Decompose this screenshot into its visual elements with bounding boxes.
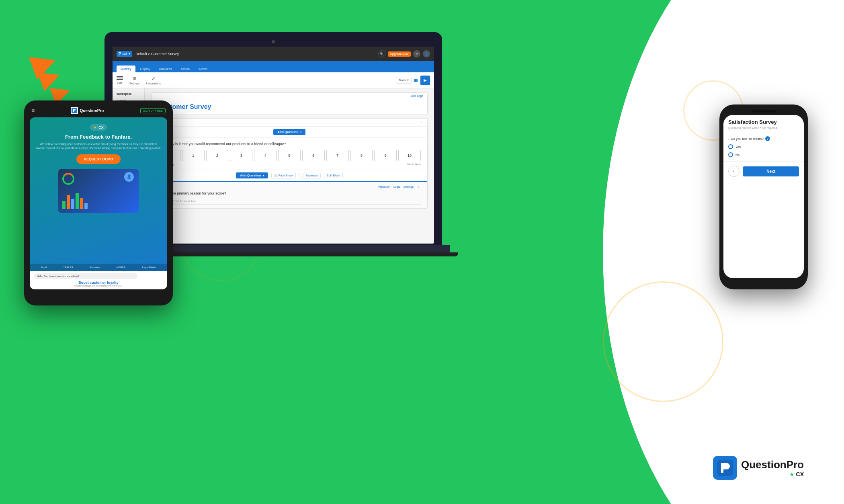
toolbar-edit[interactable]: Edit (117, 76, 123, 84)
boost-text: Boost customer loyalty (34, 281, 163, 285)
nps-7[interactable]: 7 (326, 150, 349, 161)
app-main: Add Logo Customer Survey ▼ Block 1 ⋮ (145, 88, 434, 244)
logo-legalshield: LegalShield (142, 266, 156, 268)
logo-emirates: Emirates (90, 266, 100, 268)
brand-logo-area: QuestionPro ★ CX (713, 456, 804, 480)
bar-chart (62, 193, 88, 209)
settings-link[interactable]: Settings (404, 185, 414, 190)
add-question-button-2[interactable]: Add Question ▾ (236, 172, 268, 178)
add-question-button[interactable]: Add Question ▾ (273, 129, 305, 135)
demo-button[interactable]: REQUEST DEMO (76, 154, 120, 164)
nav-tab-deploy[interactable]: Deploy (136, 66, 154, 72)
add-logo-button[interactable]: Add Logo (152, 93, 427, 99)
q2-actions: Validation Logic Settings ⋮ (158, 185, 421, 190)
nps-9[interactable]: 9 (374, 150, 397, 161)
brand-cx-text: CX (796, 471, 804, 477)
brand-name-area: QuestionPro ★ CX (741, 459, 804, 477)
block-header: ▼ Block 1 ⋮ (152, 119, 427, 127)
separator-button[interactable]: ⬚ Separator (299, 173, 321, 178)
nps-4[interactable]: 4 (254, 150, 277, 161)
tablet-logo-text: QuestionPro (80, 109, 104, 113)
nps-5[interactable]: 5 (278, 150, 301, 161)
toolbar-integrations[interactable]: ⤢ Integrations (146, 76, 161, 85)
mobile-notch (752, 110, 776, 113)
logo-thales: THALES (64, 266, 73, 268)
tablet-device: ≡ QuestionPro SIGN UP FREE ★ CX From Fee… (24, 100, 173, 305)
nps-2[interactable]: 2 (206, 150, 229, 161)
nps-6[interactable]: 6 (302, 150, 325, 161)
app-header: P CX ▾ Default > Customer Survey 🔍 Upgra… (113, 47, 434, 61)
mobile-screen: Satisfaction Survey Questions marked wit… (723, 115, 804, 278)
nps-10[interactable]: 10 (398, 150, 421, 161)
upgrade-button[interactable]: Upgrade Now (388, 51, 411, 57)
laptop-camera (272, 40, 275, 43)
split-block-button[interactable]: Split Block (324, 173, 343, 178)
hamburger-icon[interactable]: ≡ (31, 107, 35, 114)
radio-no[interactable] (728, 152, 733, 157)
block-menu-icon[interactable]: ⋮ (419, 120, 423, 125)
answer-placeholder[interactable]: Multiple Row Answer text (158, 198, 421, 205)
logos-row: Ford THALES Emirates HONDA LegalShield (30, 264, 167, 271)
option-yes-label: Yes (735, 145, 741, 149)
mobile-survey-title: Satisfaction Survey (728, 119, 799, 125)
gauge-icon (62, 173, 74, 185)
brand-name: QuestionPro (741, 459, 804, 471)
preview-button[interactable]: ▶ (420, 76, 430, 85)
signup-button[interactable]: SIGN UP FREE (140, 108, 166, 113)
dashboard-preview: 👤 (58, 169, 139, 213)
option-no[interactable]: No (728, 152, 799, 157)
radio-group: Yes No (728, 144, 799, 157)
mobile-question-area: • Do you like ice cream? ? Yes No (723, 132, 804, 161)
user-button[interactable]: 👤 (423, 50, 430, 57)
breadcrumb-text: Default > Customer Survey (135, 52, 179, 56)
tools-dropdown[interactable]: Tools ▾ (396, 77, 412, 84)
nps-right-label: Very Likely (407, 163, 421, 166)
back-button[interactable]: ‹ (728, 166, 740, 177)
mobile-device: Satisfaction Survey Questions marked wit… (719, 104, 808, 289)
q2-menu-icon[interactable]: ⋮ (417, 185, 421, 190)
question-2-block: Validation Logic Settings ⋮ What is the … (152, 181, 427, 208)
block-section: ▼ Block 1 ⋮ Add Question ▾ How likely is… (151, 118, 428, 209)
validation-link[interactable]: Validation (378, 185, 390, 190)
breadcrumb: Default > Customer Survey (135, 52, 375, 56)
question-1-block: How likely is it that you would recommen… (152, 138, 427, 170)
tablet-screen: ★ CX From Feedback to Fanfare. We believ… (30, 117, 167, 289)
nps-labels: Very Unlikely Very Likely (158, 163, 421, 166)
mobile-survey-header: Satisfaction Survey Questions marked wit… (723, 115, 804, 132)
question-1-text: How likely is it that you would recommen… (158, 142, 421, 146)
option-yes[interactable]: Yes (728, 144, 799, 149)
nps-scale: 0 1 2 3 4 5 6 7 8 9 10 (158, 150, 421, 161)
cx-badge: ★ CX (90, 124, 107, 131)
next-button[interactable]: Next (743, 166, 799, 176)
nps-3[interactable]: 3 (230, 150, 252, 161)
add-question-bar-2: Add Question ▾ ⬜ Page Break ⬚ Separator … (152, 170, 427, 181)
nav-tab-survey[interactable]: Survey (117, 66, 135, 72)
brand-logo-icon (713, 456, 737, 480)
logic-link[interactable]: Logic (393, 185, 400, 190)
radio-yes[interactable] (728, 144, 733, 149)
team-icon: 👥 (414, 78, 418, 82)
toolbar-settings[interactable]: ⚙ Settings (129, 76, 139, 85)
logo-honda: HONDA (117, 266, 125, 268)
help-icon: ? (765, 136, 770, 141)
nav-tab-analytics[interactable]: Analytics (155, 66, 176, 72)
cx-label: CX (98, 125, 104, 129)
nav-tab-action[interactable]: Action (177, 66, 194, 72)
nav-tab-admin[interactable]: Admin (195, 66, 212, 72)
app-logo: P CX ▾ (117, 51, 132, 57)
survey-header: Add Logo Customer Survey (151, 92, 428, 115)
chat-bubble: Hello, Can I assist you with something? (34, 273, 137, 279)
logo-cx-text: CX (123, 52, 128, 56)
question-2-text: What is the primary reason for your scor… (158, 191, 421, 195)
tablet-logo: QuestionPro (71, 107, 104, 114)
question-text: Do you like ice cream? (731, 137, 764, 141)
required-note: Questions marked with a * are required. (728, 127, 799, 129)
search-button[interactable]: 🔍 (378, 50, 385, 57)
workspace-label: Workspace (115, 92, 142, 96)
help-button[interactable]: ? (413, 50, 420, 57)
nps-1[interactable]: 1 (182, 150, 205, 161)
person-icon: 👤 (124, 172, 134, 182)
app-toolbar: Edit ⚙ Settings ⤢ Integrations Tools ▾ 👥… (113, 72, 434, 88)
page-break-button[interactable]: ⬜ Page Break (271, 173, 296, 178)
nps-8[interactable]: 8 (350, 150, 373, 161)
